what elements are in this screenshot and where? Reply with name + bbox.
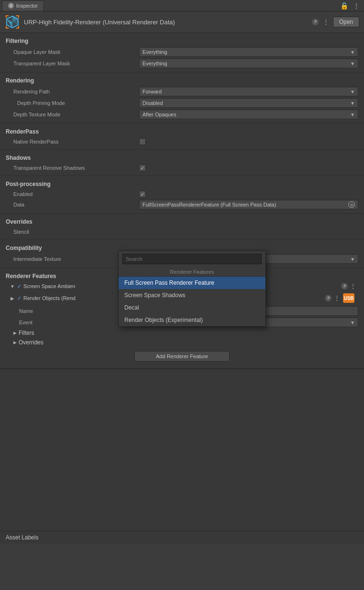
- feature-2-help-icon[interactable]: ?: [325, 295, 332, 301]
- feature-filters-row[interactable]: ▶ Filters: [6, 328, 358, 338]
- feature-1-check[interactable]: ✓: [17, 283, 21, 290]
- popup-section-label: Renderer Features: [119, 267, 265, 277]
- depth-priming-label: Depth Priming Mode: [6, 100, 139, 106]
- transparent-layer-value: Everything ▼: [139, 59, 358, 68]
- tab-bar: i Inspector 🔒 ⋮: [0, 0, 364, 11]
- depth-texture-dropdown[interactable]: After Opaques ▼: [139, 110, 358, 119]
- header-more-icon[interactable]: ⋮: [323, 19, 329, 25]
- feature-2-more-icon[interactable]: ⋮: [334, 295, 340, 301]
- rendering-path-dropdown-text: Forward: [142, 89, 162, 94]
- usb-icon: USB: [342, 292, 355, 304]
- rendering-path-dropdown-arrow: ▼: [350, 89, 355, 94]
- stencil-row: Stencil: [6, 227, 358, 237]
- depth-priming-dropdown[interactable]: Disabled ▼: [139, 98, 358, 108]
- popup-item-3-label: Render Objects (Experimental): [124, 317, 203, 323]
- inspector-tab-info-icon: i: [8, 3, 14, 9]
- inspector-tab[interactable]: i Inspector: [2, 0, 44, 11]
- usb-badge-container: USB: [342, 292, 356, 304]
- asset-title: URP-High Fidelity-Renderer (Universal Re…: [24, 19, 308, 26]
- popup-item-1-label: Screen Space Shadows: [124, 292, 185, 299]
- add-feature-button[interactable]: Add Renderer Feature: [134, 351, 230, 362]
- depth-priming-dropdown-text: Disabled: [142, 100, 163, 106]
- tab-actions: 🔒 ⋮: [339, 2, 364, 10]
- feature-event-dropdown-arrow: ▼: [350, 320, 355, 325]
- feature-1-help-icon[interactable]: ?: [341, 283, 348, 290]
- transparent-receive-checkbox[interactable]: [139, 165, 146, 171]
- feature-overrides-label: Overrides: [19, 339, 43, 346]
- depth-priming-dropdown-arrow: ▼: [350, 101, 355, 106]
- post-processing-header: Post-processing: [6, 179, 358, 189]
- depth-priming-row: Depth Priming Mode Disabled ▼: [6, 97, 358, 109]
- pp-data-object-field[interactable]: FullScreenPassRendererFeature (Full Scre…: [139, 200, 358, 209]
- popup-search-input[interactable]: [122, 254, 262, 264]
- opaque-layer-dropdown-arrow: ▼: [350, 50, 355, 55]
- transparent-layer-dropdown-arrow: ▼: [350, 61, 355, 66]
- asset-labels-label: Asset Labels: [6, 534, 39, 541]
- header-actions: ? ⋮ Open: [312, 17, 359, 27]
- lock-button[interactable]: 🔒: [339, 2, 350, 10]
- help-icon[interactable]: ?: [312, 19, 319, 25]
- transparent-layer-label: Transparent Layer Mask: [6, 61, 139, 66]
- transparent-receive-label: Transparent Receive Shadows: [6, 165, 139, 171]
- renderpass-header: RenderPass: [6, 126, 358, 137]
- intermediate-texture-dropdown-arrow: ▼: [350, 257, 355, 262]
- post-processing-section: Post-processing Enabled Data FullScreenP…: [0, 176, 364, 214]
- feature-overrides-row[interactable]: ▶ Overrides: [6, 338, 358, 347]
- renderpass-section: RenderPass Native RenderPass: [0, 124, 364, 150]
- native-renderpass-label: Native RenderPass: [6, 139, 139, 145]
- asset-icon: [5, 14, 20, 30]
- rendering-header: Rendering: [6, 75, 358, 86]
- depth-texture-dropdown-arrow: ▼: [350, 112, 355, 117]
- transparent-layer-dropdown[interactable]: Everything ▼: [139, 59, 358, 68]
- transparent-layer-dropdown-text: Everything: [142, 61, 167, 66]
- rendering-path-value: Forward ▼: [139, 87, 358, 96]
- open-button[interactable]: Open: [333, 17, 359, 27]
- rendering-section: Rendering Rendering Path Forward ▼ Depth…: [0, 72, 364, 124]
- filtering-header: Filtering: [6, 36, 358, 46]
- pp-enabled-checkbox-container: [139, 191, 358, 197]
- pp-data-object-circle[interactable]: ◎: [348, 201, 355, 208]
- pp-data-label: Data: [6, 202, 139, 207]
- opaque-layer-dropdown-text: Everything: [142, 49, 167, 55]
- popup-item-2[interactable]: Decal: [119, 301, 265, 314]
- transparent-receive-checkbox-container: [139, 165, 358, 171]
- depth-texture-label: Depth Texture Mode: [6, 112, 139, 117]
- depth-texture-value: After Opaques ▼: [139, 110, 358, 119]
- opaque-layer-dropdown[interactable]: Everything ▼: [139, 47, 358, 57]
- shadows-header: Shadows: [6, 153, 358, 163]
- popup-item-0[interactable]: Full Screen Pass Renderer Feature: [119, 277, 265, 289]
- feature-2-check[interactable]: ✓: [17, 295, 21, 301]
- filtering-section: Filtering Opaque Layer Mask Everything ▼…: [0, 33, 364, 72]
- shadows-section: Shadows Transparent Receive Shadows: [0, 150, 364, 176]
- filters-arrow-icon: ▶: [13, 331, 17, 335]
- opaque-layer-row: Opaque Layer Mask Everything ▼: [6, 46, 358, 58]
- more-options-button[interactable]: ⋮: [352, 2, 361, 10]
- svg-text:USB: USB: [344, 296, 354, 301]
- asset-labels-bar: Asset Labels: [0, 531, 364, 544]
- popup-item-0-label: Full Screen Pass Renderer Feature: [124, 279, 214, 286]
- pp-enabled-label: Enabled: [6, 191, 139, 197]
- popup-item-1[interactable]: Screen Space Shadows: [119, 289, 265, 301]
- feature-1-collapse-icon[interactable]: ▼: [10, 283, 15, 289]
- stencil-label: Stencil: [6, 229, 139, 235]
- pp-data-row: Data FullScreenPassRendererFeature (Full…: [6, 199, 358, 210]
- native-renderpass-checkbox[interactable]: [139, 138, 146, 145]
- pp-enabled-checkbox[interactable]: [139, 191, 146, 197]
- rendering-path-label: Rendering Path: [6, 89, 139, 94]
- feature-2-collapse-icon[interactable]: ▶: [10, 295, 15, 301]
- opaque-layer-label: Opaque Layer Mask: [6, 49, 139, 55]
- feature-1-more-icon[interactable]: ⋮: [350, 283, 356, 290]
- native-renderpass-row: Native RenderPass: [6, 137, 358, 146]
- overrides-header: Overrides: [6, 217, 358, 227]
- transparent-receive-row: Transparent Receive Shadows: [6, 163, 358, 173]
- rendering-path-dropdown[interactable]: Forward ▼: [139, 87, 358, 96]
- popup-item-2-label: Decal: [124, 304, 139, 311]
- overrides-section: Overrides Stencil: [0, 214, 364, 240]
- bottom-spacer: [0, 369, 364, 531]
- rendering-path-row: Rendering Path Forward ▼: [6, 86, 358, 97]
- inspector-header: URP-High Fidelity-Renderer (Universal Re…: [0, 11, 364, 33]
- feature-1-icons: ? ⋮: [341, 283, 356, 290]
- pp-enabled-row: Enabled: [6, 189, 358, 199]
- popup-item-3[interactable]: Render Objects (Experimental): [119, 314, 265, 326]
- feature-filters-label: Filters: [19, 330, 34, 336]
